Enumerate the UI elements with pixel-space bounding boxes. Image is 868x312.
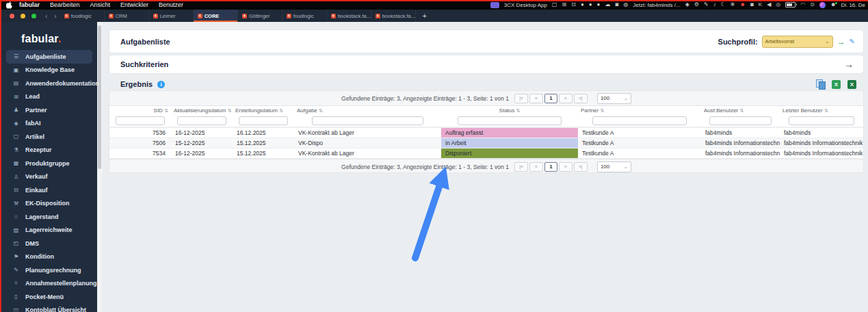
sidebar-item-verkauf[interactable]: ♙Verkauf [6, 170, 92, 184]
sidebar-item-anwenderdokumentation[interactable]: ▤Anwenderdokumentation [6, 77, 92, 90]
search-icon[interactable]: ⊙ [810, 2, 815, 8]
filter-input-aktualisierungsdatum[interactable] [177, 116, 227, 125]
column-header-partner[interactable]: Partner ⇅ [578, 106, 701, 115]
menubar-status-text[interactable]: Jetzt: fab4minds /... [633, 2, 680, 8]
filter-input-letzter-benutzer[interactable] [789, 116, 854, 125]
sidebar-item-fabai[interactable]: ◈fabAI [6, 117, 92, 131]
window-icon[interactable]: ▢ [552, 2, 557, 8]
keyboard-icon[interactable]: K [759, 2, 762, 8]
siri-icon[interactable] [819, 2, 826, 8]
volume-icon[interactable]: ◀ [767, 2, 771, 8]
zoom-window-button[interactable] [31, 14, 36, 18]
sidebar-item-lagerreichweite[interactable]: ▨Lagerreichweite [6, 224, 92, 237]
filter-input-partner[interactable] [592, 116, 687, 125]
filter-input-ausf-benutzer[interactable] [709, 116, 772, 125]
back-icon[interactable]: ‹ [42, 10, 51, 22]
next-page-button[interactable]: » [559, 94, 573, 103]
apply-profile-button[interactable]: → [837, 38, 845, 46]
sort-icon[interactable]: ⇅ [279, 108, 283, 113]
circle-icon[interactable]: ● [589, 2, 592, 8]
current-page-button[interactable]: 1 [544, 94, 557, 103]
prev-page-button[interactable]: « [529, 162, 543, 172]
column-header-aufgabe[interactable]: Aufgabe ⇅ [294, 106, 441, 115]
swirl-icon[interactable]: ◍ [623, 2, 628, 8]
sidebar-item-artikel[interactable]: ▢Artikel [6, 130, 92, 144]
last-page-button[interactable]: »| [574, 94, 588, 103]
current-page-button[interactable]: 1 [544, 162, 557, 172]
page-size-select[interactable]: 100⌄ [597, 161, 631, 172]
browser-tab-foodlogic[interactable]: 4foodlogic [282, 10, 327, 22]
menu-bearbeiten[interactable]: Bearbeiten [50, 1, 80, 8]
excel-export-icon[interactable]: X [832, 80, 841, 89]
sidebar-item-knowledge-base[interactable]: ▣Knowledge Base [6, 64, 92, 77]
filter-input-erstellungsdatum[interactable] [239, 116, 289, 125]
next-page-button[interactable]: » [559, 162, 573, 172]
record-icon[interactable]: ◎ [776, 2, 780, 8]
table-row[interactable]: 750615-12-202515.12.2025VK-Dispoin Arbei… [109, 138, 863, 148]
forward-icon[interactable]: › [51, 10, 60, 22]
snowflake-icon[interactable]: ❄ [731, 2, 735, 8]
sidebar-item-annahmestellenplanung[interactable]: ⌗Annahmestellenplanung [6, 277, 92, 291]
browser-tab-foodlogic[interactable]: 4foodlogic [60, 10, 105, 22]
excel-export-all-icon[interactable]: X [847, 80, 856, 89]
last-page-button[interactable]: »| [574, 162, 588, 172]
sidebar-item-planungsrechnung[interactable]: ✎Planungsrechnung [6, 263, 92, 277]
menu-entwickler[interactable]: Entwickler [120, 1, 148, 8]
window-app-icon[interactable] [490, 2, 499, 8]
column-header-erstellungsdatum[interactable]: Erstellungsdatum ⇅ [233, 106, 294, 115]
sidebar-item-pocket-men-[interactable]: ▯Pocket-Menü [6, 290, 92, 304]
browser-tab-core[interactable]: 4CORE [194, 10, 238, 22]
copy-icon[interactable] [816, 79, 825, 89]
column-header-letzter-benutzer[interactable]: Letzter Benutzer ⇅ [780, 106, 863, 115]
screenshot-icon[interactable]: ⊡ [571, 2, 576, 8]
search-profile-select[interactable]: Arbeitsvorrat ⌄ [762, 36, 833, 48]
column-header-aktualisierungsdatum[interactable]: Aktualisierungsdatum ⇅ [171, 106, 233, 115]
shield-icon[interactable]: ◙ [615, 2, 618, 8]
sidebar-item-rezeptur[interactable]: ⚗Rezeptur [6, 144, 92, 157]
page-scrollbar[interactable] [97, 22, 102, 312]
sort-icon[interactable]: ⇅ [319, 108, 323, 113]
edit-profile-icon[interactable]: ✎ [850, 38, 855, 45]
menu-benutzer[interactable]: Benutzer [159, 1, 183, 8]
wifi-icon[interactable]: ◠ [800, 2, 805, 8]
gear-icon[interactable]: ⚙ [694, 2, 699, 8]
shield-icon[interactable]: ◙ [750, 2, 754, 8]
menubar-app-name[interactable]: 3CX Desktop App [504, 2, 547, 8]
sidebar-item-einkauf[interactable]: ⊟Einkauf [6, 183, 92, 197]
column-header-ausf-benutzer[interactable]: Ausf.Benutzer ⇅ [701, 106, 780, 115]
sort-icon[interactable]: ⇅ [600, 108, 604, 113]
sort-icon[interactable]: ⇅ [739, 108, 744, 113]
table-row[interactable]: 753616-12-202516.12.2025VK-Kontrakt ab L… [109, 127, 863, 138]
prev-page-button[interactable]: « [529, 94, 543, 103]
table-row[interactable]: 753416-12-202515.12.2025VK-Kontrakt ab L… [109, 148, 863, 159]
mic-icon[interactable]: ♪ [713, 2, 716, 8]
browser-tab-g-ttinger[interactable]: 4Göttinger [238, 10, 282, 22]
column-header-status[interactable]: Status ⇅ [441, 106, 578, 115]
location-icon[interactable]: ◈ [685, 2, 689, 8]
browser-tab-bookstack-fa-[interactable]: 4bookstack.fa... [327, 10, 371, 22]
first-page-button[interactable]: |« [514, 94, 528, 103]
filter-input-sid[interactable] [116, 116, 166, 125]
sidebar-item-lagerstand[interactable]: ⌂Lagerstand [6, 210, 92, 224]
apple-icon[interactable] [6, 1, 12, 9]
sidebar-item-kondition[interactable]: ⚑Kondition [6, 250, 92, 264]
browser-tab-leimer[interactable]: 4Leimer [149, 10, 194, 22]
heart-icon[interactable]: ☻ [740, 2, 746, 8]
new-tab-button[interactable]: + [416, 10, 434, 22]
browser-tab-bookstack-fa-[interactable]: 4bookstack.fa... [371, 10, 416, 22]
first-page-button[interactable]: |« [514, 162, 528, 172]
sort-icon[interactable]: ⇅ [824, 108, 828, 113]
execute-search-button[interactable]: → [844, 60, 863, 69]
circle-icon[interactable]: ● [581, 2, 584, 8]
column-header-sid[interactable]: SID ⇅ [109, 106, 171, 115]
menu-ansicht[interactable]: Ansicht [90, 1, 111, 8]
sidebar-item-kontoblatt-bersicht[interactable]: ◫Kontoblatt Übersicht [6, 304, 92, 312]
close-window-button[interactable] [10, 14, 14, 18]
sidebar-item-partner[interactable]: ♟Partner [6, 103, 92, 117]
pencil-icon[interactable]: ✎ [704, 2, 709, 8]
sort-icon[interactable]: ⇅ [516, 108, 521, 113]
sidebar-item-lead[interactable]: ⊞Lead [6, 90, 92, 104]
sidebar-item-ek-disposition[interactable]: ⚒EK-Disposition [6, 197, 92, 211]
info-icon[interactable]: i [157, 81, 165, 88]
user-switch-icon[interactable]: ☻ [830, 2, 836, 8]
